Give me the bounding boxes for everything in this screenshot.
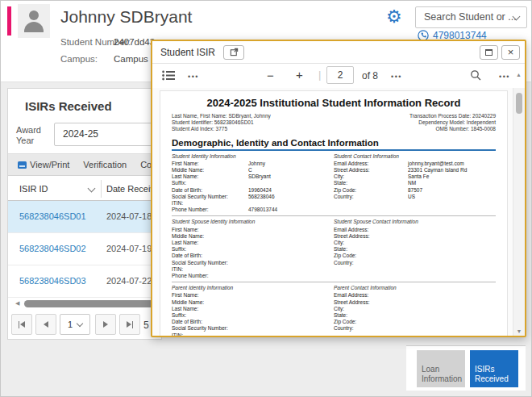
isir-id-link[interactable]: 568238046SD01	[19, 211, 86, 221]
field-label: Last Name:	[172, 173, 248, 180]
field-row: Social Security Number:	[172, 325, 322, 332]
document-title: 2024-2025 Institutional Student Informat…	[172, 97, 496, 109]
page-select[interactable]: 1	[60, 314, 90, 335]
table-row[interactable]: 568238046SD022024-07-19T	[8, 233, 161, 265]
avatar	[18, 4, 50, 38]
open-in-new-window-button[interactable]	[223, 45, 244, 60]
document-section: Student Spouse Identity InformationFirst…	[172, 219, 496, 279]
tab-view-print[interactable]: View/Print	[18, 160, 69, 169]
more-options-icon[interactable]: •••	[499, 73, 510, 81]
search-student-dropdown[interactable]: Search Student or ...	[415, 6, 527, 28]
field-label: Street Address:	[334, 233, 408, 240]
view-print-icon	[18, 161, 27, 169]
gear-icon[interactable]: ⚙	[386, 8, 402, 26]
scroll-left-icon[interactable]: ◀	[15, 300, 19, 307]
prev-page-button[interactable]	[35, 314, 56, 335]
panel-title: ISIRs Received	[25, 99, 112, 113]
student-isir-modal: Student ISIR × ••• − + | of 8 ••	[151, 40, 526, 337]
scroll-up-icon[interactable]: ▲	[516, 72, 522, 77]
zoom-in-button[interactable]: +	[296, 69, 303, 81]
field-row: Zip Code:87507	[334, 187, 484, 194]
isir-id-link[interactable]: 568238046SD03	[19, 276, 86, 286]
search-icon[interactable]	[470, 69, 482, 81]
field-row: Email Address:johnny.bryant@test.com	[334, 161, 484, 167]
page-number-input[interactable]	[326, 66, 354, 84]
field-label: Phone Number:	[172, 207, 248, 213]
field-label: Country:	[334, 194, 408, 200]
isir-document-page: 2024-2025 Institutional Student Informat…	[160, 90, 508, 336]
field-label: Email Address:	[334, 161, 408, 167]
page-size-value: 5	[143, 320, 149, 331]
field-label: ITIN:	[172, 266, 248, 273]
section-column: Student Contact InformationEmail Address…	[334, 153, 496, 214]
field-row: Suffix:	[172, 246, 322, 253]
col-date-received[interactable]: Date Receiv.	[106, 184, 156, 194]
field-label: First Name:	[172, 227, 248, 233]
field-row: Date of Birth:19960424	[172, 187, 322, 194]
field-row: Email Address:	[334, 227, 484, 233]
tab-verification[interactable]: Verification	[83, 160, 127, 169]
field-row: Middle Name:C	[172, 167, 322, 173]
field-label: State:	[334, 312, 408, 319]
section-column-heading: Student Identity Information	[172, 153, 322, 160]
field-row: State:NM	[334, 180, 484, 186]
field-row: Middle Name:	[172, 299, 322, 306]
field-label: Middle Name:	[172, 233, 248, 240]
col-isir-id[interactable]: ISIR ID	[19, 184, 48, 194]
vertical-scrollbar[interactable]: ▼	[513, 88, 525, 336]
field-label: Last Name:	[172, 306, 248, 312]
meta-right: Transaction Process Date: 20240229Depend…	[409, 113, 496, 133]
maximize-button[interactable]	[480, 45, 498, 60]
external-link-icon	[230, 48, 239, 56]
last-page-button[interactable]	[119, 314, 140, 335]
isir-id-link[interactable]: 568238046SD02	[19, 244, 86, 253]
next-page-button[interactable]	[95, 314, 116, 335]
first-page-button[interactable]	[11, 314, 32, 335]
more-options-icon[interactable]: •••	[391, 73, 402, 81]
document-sections: Student Identity InformationFirst Name:J…	[172, 153, 496, 336]
more-options-icon[interactable]: •••	[188, 73, 199, 81]
field-label: Date of Birth:	[172, 253, 248, 259]
field-label: ITIN:	[172, 332, 248, 336]
dock-tile-loan-information[interactable]: Loan Information	[417, 350, 465, 387]
table-header: ISIR ID Date Receiv.	[8, 177, 161, 201]
field-label: Zip Code:	[334, 319, 408, 325]
field-label: Social Security Number:	[172, 260, 248, 266]
field-label: State:	[334, 246, 408, 253]
field-label: City:	[334, 240, 408, 246]
field-label: State:	[334, 180, 408, 186]
field-row: Last Name:	[172, 306, 322, 312]
field-row: Phone Number:4798013744	[172, 207, 322, 213]
sort-chevron-icon[interactable]	[88, 185, 96, 193]
field-value: Johnny	[248, 161, 265, 167]
zoom-out-button[interactable]: −	[267, 69, 274, 81]
table-row[interactable]: 568238046SD012024-07-18T	[8, 201, 161, 233]
meta-line: Last Name, First Name: SDBryant, Johnny	[172, 113, 271, 119]
award-year-select[interactable]: 2024-25	[54, 123, 160, 146]
table-row[interactable]: 568238046SD032024-07-22T	[8, 265, 161, 298]
document-section-heading: Demographic, Identity and Contact Inform…	[172, 138, 496, 151]
vscroll-thumb[interactable]	[516, 93, 522, 114]
meta-line: Student Identifier: 568238046SD01	[172, 119, 271, 126]
field-value: NM	[408, 180, 416, 186]
field-row: City:	[334, 306, 484, 312]
hscroll-thumb[interactable]	[24, 300, 155, 307]
close-icon: ×	[508, 47, 514, 57]
pagination: 1 5	[8, 314, 161, 336]
field-row: ITIN:	[172, 266, 322, 273]
field-label: Phone Number:	[172, 273, 248, 279]
field-label: Zip Code:	[334, 253, 408, 259]
field-row: Suffix:	[172, 180, 322, 186]
sidebar-toggle-icon[interactable]	[162, 70, 176, 81]
horizontal-scrollbar[interactable]: ◀	[8, 299, 161, 308]
dock-tile-isirs-received[interactable]: ISIRs Received	[470, 350, 518, 387]
scroll-down-icon[interactable]: ▼	[513, 328, 525, 334]
modal-title: Student ISIR	[160, 47, 215, 58]
field-label: City:	[334, 306, 408, 312]
field-value: 568238046	[248, 194, 275, 200]
field-row: First Name:Johnny	[172, 161, 322, 167]
section-column-heading: Student Spouse Identity Information	[172, 219, 322, 225]
field-label: ITIN:	[172, 200, 248, 207]
field-row: Phone Number:	[172, 273, 322, 279]
close-button[interactable]: ×	[501, 45, 520, 60]
